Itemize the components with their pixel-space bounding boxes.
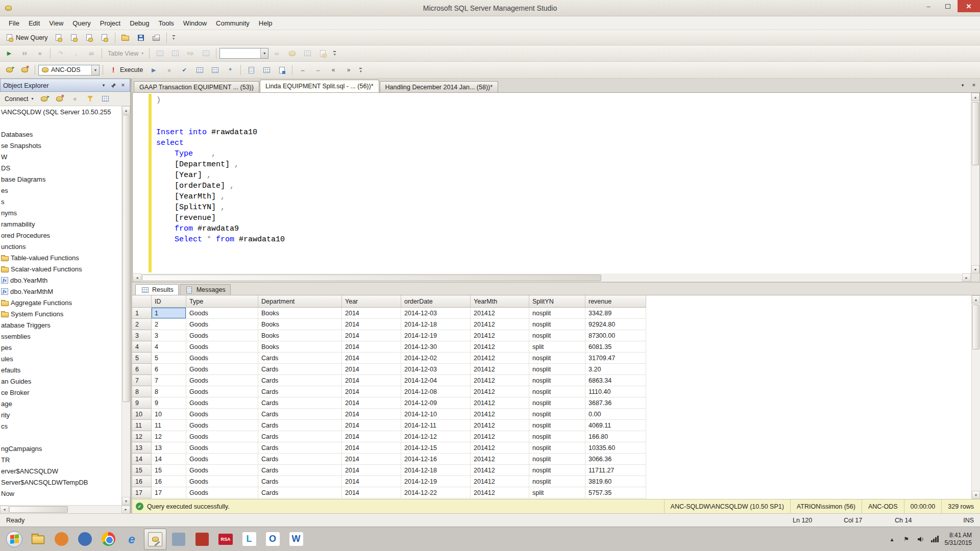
results-to-grid-icon[interactable] <box>259 64 274 76</box>
grid-cell[interactable]: 3066.36 <box>585 454 646 465</box>
taskbar-file-explorer[interactable] <box>27 529 49 550</box>
grid-cell[interactable]: 201412 <box>471 341 529 353</box>
grid-cell[interactable]: 2014-12-19 <box>401 476 471 487</box>
grid-row-number[interactable]: 9 <box>132 397 152 409</box>
scroll-thumb[interactable] <box>122 115 130 402</box>
grid-cell[interactable]: nosplit <box>529 442 585 454</box>
grid-cell[interactable]: 4 <box>152 341 186 353</box>
grid-cell[interactable]: 2014-12-03 <box>401 308 471 319</box>
grid-row-number[interactable]: 4 <box>132 341 152 353</box>
grid-cell[interactable]: 2014 <box>342 308 401 319</box>
open-file-icon[interactable] <box>118 32 133 43</box>
grid-cell[interactable]: 2014-12-16 <box>401 454 471 465</box>
grid-cell[interactable]: Cards <box>258 386 342 397</box>
oe-stop-icon[interactable]: ■ <box>68 93 82 105</box>
tree-item[interactable] <box>0 117 130 129</box>
tree-item[interactable]: ngCampaigns <box>0 443 130 454</box>
grid-cell[interactable]: Goods <box>186 454 258 465</box>
add-group-by-icon[interactable] <box>300 48 314 59</box>
add-table-icon[interactable] <box>285 48 299 59</box>
grid-cell[interactable]: 5757.35 <box>585 487 646 498</box>
grid-cell[interactable]: 201412 <box>471 386 529 397</box>
tree-item[interactable]: fxdbo.YearMthM <box>0 286 130 297</box>
grid-cell[interactable]: 2014 <box>342 476 401 487</box>
oe-filter-icon[interactable] <box>83 93 97 105</box>
grid-row-number[interactable]: 14 <box>132 454 152 465</box>
grid-cell[interactable]: 201412 <box>471 476 529 487</box>
grid-cell[interactable]: 10335.60 <box>585 442 646 454</box>
results-tab-results[interactable]: Results <box>135 284 179 295</box>
grid-cell[interactable]: 12 <box>152 431 186 442</box>
grid-cell[interactable]: Cards <box>258 420 342 431</box>
decrease-indent-icon[interactable]: « <box>326 64 340 76</box>
scroll-up-icon[interactable]: ▴ <box>122 106 130 114</box>
grid-row-number[interactable]: 7 <box>132 375 152 386</box>
tree-item[interactable]: cs <box>0 420 130 432</box>
tree-item[interactable]: age <box>0 398 130 409</box>
oe-reports-icon[interactable] <box>99 93 113 105</box>
tree-item[interactable]: rity <box>0 409 130 420</box>
tree-item[interactable]: Now <box>0 488 130 499</box>
grid-cell[interactable]: 201412 <box>471 364 529 375</box>
grid-cell[interactable]: Cards <box>258 397 342 409</box>
grid-cell[interactable]: 2014 <box>342 409 401 420</box>
grid-cell[interactable]: 14 <box>152 454 186 465</box>
change-connection-icon[interactable] <box>17 64 32 76</box>
grid-cell[interactable]: 92924.80 <box>585 319 646 330</box>
grid-row-number[interactable]: 5 <box>132 353 152 364</box>
grid-cell[interactable]: 2 <box>152 319 186 330</box>
add-derived-table-icon[interactable] <box>315 48 330 59</box>
scroll-left-icon[interactable]: ◂ <box>133 273 141 282</box>
step-over-icon[interactable]: ↷ <box>54 48 68 59</box>
oe-disconnect-icon[interactable] <box>53 93 67 105</box>
grid-cell[interactable]: 2014-12-15 <box>401 442 471 454</box>
tree-item[interactable]: unctions <box>0 241 130 252</box>
minimize-button[interactable]: – <box>919 0 938 12</box>
tree-item[interactable]: Scalar-valued Functions <box>0 263 130 274</box>
tree-item[interactable]: Server$ANCSQLDWTempDB <box>0 477 130 488</box>
grid-row-number[interactable]: 10 <box>132 409 152 420</box>
table-view-dropdown[interactable]: Table View▾ <box>105 49 146 58</box>
taskbar-word[interactable]: W <box>285 529 307 550</box>
editor-vertical-scrollbar[interactable]: ▴ ▾ <box>971 93 979 273</box>
grid-column-header[interactable]: ID <box>152 295 186 308</box>
grid-cell[interactable]: 201412 <box>471 330 529 341</box>
grid-cell[interactable]: nosplit <box>529 454 585 465</box>
grid-column-header[interactable]: Department <box>258 295 342 308</box>
grid-cell[interactable]: 7 <box>152 375 186 386</box>
cancel-executing-query-icon[interactable]: ■ <box>162 64 176 76</box>
taskbar-internet-explorer[interactable]: e <box>120 529 143 550</box>
grid-row-number[interactable]: 8 <box>132 386 152 397</box>
active-files-icon[interactable]: ▾ <box>959 81 967 89</box>
watch-window-icon[interactable]: ab <box>84 48 99 59</box>
grid-cell[interactable]: 2014-12-09 <box>401 397 471 409</box>
grid-cell[interactable]: Cards <box>258 442 342 454</box>
grid-cell[interactable]: 201412 <box>471 487 529 498</box>
grid-cell[interactable]: 2014 <box>342 330 401 341</box>
scroll-down-icon[interactable]: ▾ <box>972 491 980 499</box>
grid-cell[interactable]: nosplit <box>529 330 585 341</box>
uncomment-lines-icon[interactable]: -- <box>311 64 325 76</box>
grid-cell[interactable]: 201412 <box>471 465 529 476</box>
grid-row-number[interactable]: 6 <box>132 364 152 375</box>
grid-cell[interactable]: Goods <box>186 409 258 420</box>
grid-cell[interactable]: Cards <box>258 409 342 420</box>
grid-cell[interactable]: nosplit <box>529 353 585 364</box>
grid-cell[interactable]: 2014-12-02 <box>401 353 471 364</box>
grid-column-header[interactable]: revenue <box>585 295 646 308</box>
scroll-up-icon[interactable]: ▴ <box>972 295 980 304</box>
grid-cell[interactable]: 3687.36 <box>585 397 646 409</box>
tree-item[interactable]: TR <box>0 454 130 465</box>
grid-cell[interactable]: 2014 <box>342 465 401 476</box>
grid-cell[interactable]: 201412 <box>471 409 529 420</box>
grid-cell[interactable]: Goods <box>186 487 258 498</box>
comment-out-lines-icon[interactable]: -- <box>296 64 310 76</box>
taskbar-app-gray[interactable] <box>167 529 190 550</box>
menu-item-view[interactable]: View <box>44 17 68 29</box>
verify-sql-syntax-icon[interactable]: ∞ <box>270 48 284 59</box>
scroll-thumb[interactable] <box>972 305 979 349</box>
scroll-down-icon[interactable]: ▾ <box>971 265 979 273</box>
grid-cell[interactable]: Goods <box>186 386 258 397</box>
grid-cell[interactable]: Cards <box>258 364 342 375</box>
dmx-query-icon[interactable] <box>82 32 96 43</box>
